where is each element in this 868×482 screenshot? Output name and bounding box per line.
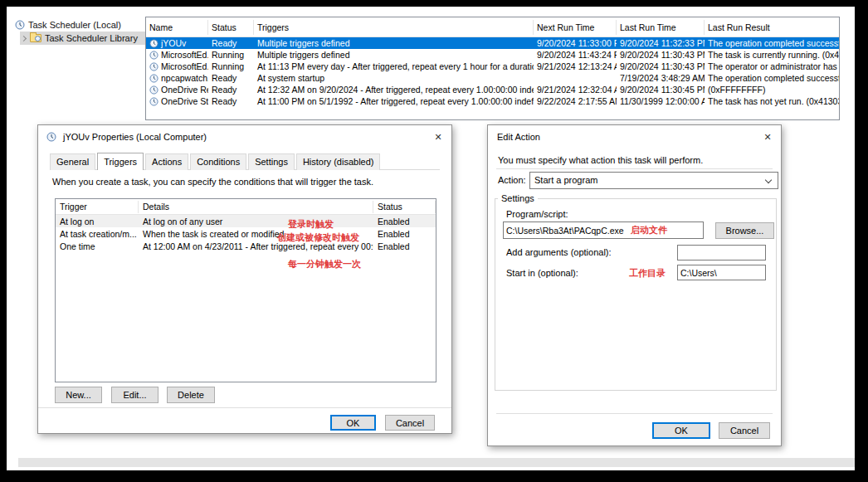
task-result: (0xFFFFFFFF) xyxy=(705,85,840,95)
task-name: OneDrive Re... xyxy=(161,85,208,95)
task-result: The task has not yet run. (0x41303) xyxy=(705,96,840,106)
close-icon[interactable]: ✕ xyxy=(425,125,451,148)
dialog-separator xyxy=(38,407,451,408)
task-triggers: Multiple triggers defined xyxy=(254,50,534,60)
cancel-button[interactable]: Cancel xyxy=(719,422,770,439)
task-row[interactable]: MicrosoftEd... Running At 11:13 PM every… xyxy=(146,61,839,72)
task-result: The task is currently running. (0x4130 xyxy=(705,50,840,60)
column-header-last-run-time[interactable]: Last Run Time xyxy=(617,20,705,35)
delete-trigger-button[interactable]: Delete xyxy=(167,387,215,403)
task-last-run: 11/30/1999 12:00:00 AM xyxy=(617,96,705,106)
task-row[interactable]: jYOUv Ready Multiple triggers defined 9/… xyxy=(146,37,839,49)
dialog-separator xyxy=(496,168,773,169)
column-header-next-run-time[interactable]: Next Run Time xyxy=(534,20,617,35)
tab-general[interactable]: General xyxy=(50,153,95,170)
task-status: Ready xyxy=(208,73,254,83)
action-selected-value: Start a program xyxy=(534,175,597,185)
trigger-status: Enabled xyxy=(373,217,436,226)
task-result: The operation completed successfull xyxy=(705,73,840,83)
task-icon xyxy=(149,51,158,60)
trigger-row[interactable]: One time At 12:00 AM on 4/23/2011 - Afte… xyxy=(56,240,436,252)
add-arguments-field-wrap xyxy=(677,245,766,260)
column-header-trigger[interactable]: Trigger xyxy=(56,201,139,213)
tree-item-label: Task Scheduler Library xyxy=(45,33,138,43)
task-name: npcapwatch... xyxy=(161,73,208,83)
settings-group-label: Settings xyxy=(498,193,538,203)
ok-button[interactable]: OK xyxy=(330,415,376,431)
tab-triggers[interactable]: Triggers xyxy=(97,153,144,170)
task-row[interactable]: OneDrive St... Ready At 11:00 PM on 5/1/… xyxy=(146,95,839,107)
task-next-run: 9/20/2024 11:43:24 PM xyxy=(534,50,617,60)
ok-button[interactable]: OK xyxy=(652,422,710,439)
trigger-details: At log on of any user xyxy=(139,217,373,226)
dialog-separator xyxy=(496,413,773,414)
task-row[interactable]: npcapwatch... Ready At system startup 7/… xyxy=(146,72,839,84)
start-in-input[interactable] xyxy=(678,265,765,280)
annotation-every-minute: 每一分钟触发一次 xyxy=(288,258,361,270)
tree-item-label: Task Scheduler (Local) xyxy=(28,20,121,30)
task-next-run: 9/22/2024 2:17:55 AM xyxy=(534,96,617,106)
dialog-clock-icon xyxy=(46,132,56,142)
column-header-status[interactable]: Status xyxy=(208,20,254,35)
task-icon xyxy=(149,74,158,83)
tab-conditions[interactable]: Conditions xyxy=(190,153,246,170)
trigger-name: At task creation/m... xyxy=(56,229,139,239)
task-next-run: 9/21/2024 12:32:04 AM xyxy=(534,85,617,95)
task-row[interactable]: MicrosoftEd... Running Multiple triggers… xyxy=(146,49,839,61)
cancel-button[interactable]: Cancel xyxy=(385,415,435,431)
task-name: OneDrive St... xyxy=(161,96,208,106)
tab-history[interactable]: History (disabled) xyxy=(296,153,381,170)
tree-item-task-scheduler-library[interactable]: Task Scheduler Library xyxy=(20,32,146,45)
trigger-name: At log on xyxy=(56,217,139,226)
column-header-details[interactable]: Details xyxy=(139,201,373,213)
task-row[interactable]: OneDrive Re... Ready At 12:32 AM on 9/20… xyxy=(146,84,839,95)
edit-action-description: You must specify what action this task w… xyxy=(498,155,771,165)
browse-button[interactable]: Browse... xyxy=(715,222,774,239)
task-name: MicrosoftEd... xyxy=(161,50,208,60)
task-triggers: Multiple triggers defined xyxy=(254,38,534,48)
trigger-details: At 12:00 AM on 4/23/2011 - After trigger… xyxy=(139,241,373,251)
task-status: Ready xyxy=(208,96,254,106)
task-last-run: 7/19/2024 3:48:29 AM xyxy=(617,73,705,83)
close-icon[interactable]: ✕ xyxy=(754,125,781,148)
edit-action-dialog: Edit Action ✕ You must specify what acti… xyxy=(487,124,782,446)
task-last-run: 9/20/2024 11:32:33 PM xyxy=(617,38,705,48)
task-last-run: 9/20/2024 11:30:43 PM xyxy=(617,61,705,71)
column-header-name[interactable]: Name xyxy=(146,20,208,35)
chevron-down-icon xyxy=(765,177,772,183)
task-result: The operation completed successfull xyxy=(705,38,840,48)
dialog-title: jYOUv Properties (Local Computer) xyxy=(63,132,207,142)
task-triggers: At 11:00 PM on 5/1/1992 - After triggere… xyxy=(254,96,534,106)
trigger-name: One time xyxy=(56,241,139,251)
task-triggers: At system startup xyxy=(254,73,534,83)
start-in-field-wrap xyxy=(677,265,766,280)
column-header-triggers[interactable]: Triggers xyxy=(254,20,534,35)
task-scheduler-clock-icon xyxy=(15,20,25,30)
tree-item-task-scheduler-local[interactable]: Task Scheduler (Local) xyxy=(15,18,148,32)
scheduler-tree: Task Scheduler (Local) Task Scheduler Li… xyxy=(15,18,148,45)
column-header-status[interactable]: Status xyxy=(373,201,436,213)
edit-trigger-button[interactable]: Edit... xyxy=(111,387,158,403)
task-triggers: At 11:13 PM every day - After triggered,… xyxy=(254,61,534,71)
action-dropdown[interactable]: Start a program xyxy=(529,172,778,189)
trigger-details: When the task is created or modified xyxy=(139,229,373,239)
task-status: Running xyxy=(208,61,254,71)
task-status: Running xyxy=(208,50,254,60)
task-next-run: 9/21/2024 12:13:24 AM xyxy=(534,61,617,71)
new-trigger-button[interactable]: New... xyxy=(55,387,102,403)
column-header-last-run-result[interactable]: Last Run Result xyxy=(705,20,840,35)
task-last-run: 9/20/2024 11:30:45 PM xyxy=(617,85,705,95)
chevron-right-icon[interactable] xyxy=(21,35,27,41)
add-arguments-input[interactable] xyxy=(678,246,765,260)
task-last-run: 9/20/2024 11:30:43 PM xyxy=(617,50,705,60)
tab-settings[interactable]: Settings xyxy=(248,153,295,170)
tab-actions[interactable]: Actions xyxy=(145,153,188,170)
task-result: The operator or administrator has ref xyxy=(705,61,840,71)
task-icon xyxy=(149,97,158,106)
task-name: MicrosoftEd... xyxy=(161,61,208,71)
task-list-header: Name Status Triggers Next Run Time Last … xyxy=(146,17,839,37)
trigger-row[interactable]: At log on At log on of any user Enabled xyxy=(56,215,436,227)
properties-tabs: General Triggers Actions Conditions Sett… xyxy=(50,153,440,170)
program-script-input[interactable] xyxy=(504,222,703,238)
trigger-row[interactable]: At task creation/m... When the task is c… xyxy=(56,227,436,240)
